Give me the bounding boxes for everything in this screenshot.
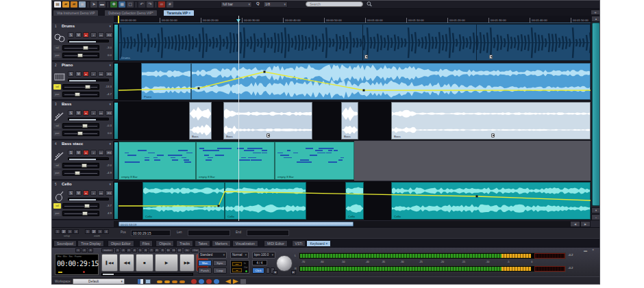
marker-button-2[interactable]: 2	[121, 248, 125, 252]
track-vol-slider[interactable]	[62, 84, 99, 90]
midi-cable-icon-2[interactable]	[179, 280, 185, 283]
automation-button[interactable]: ▭	[98, 110, 104, 116]
track-vol-slider[interactable]	[62, 45, 99, 51]
solo-button[interactable]: S	[68, 71, 74, 77]
dock-tab-files[interactable]: Files	[139, 240, 153, 247]
monitor-button[interactable]: ♪	[90, 32, 97, 38]
zoom-preset-button-1[interactable]: 1	[85, 229, 90, 234]
dock-tab-vsti[interactable]: VSTi	[292, 240, 306, 247]
track-header-cello[interactable]: 5Cello▾SM●♪▭FXvol-3.7pan4.9	[52, 181, 114, 220]
track-header-drums[interactable]: 1Drums▾SM●♪▭FXvol-3.0pan0.0	[52, 23, 114, 62]
open-project-icon[interactable]: ▰	[71, 1, 77, 8]
transport-preset-button-2[interactable]: 2	[82, 248, 87, 252]
scroll-left-icon[interactable]: ◀	[570, 221, 580, 227]
save-icon[interactable]: ▣	[79, 1, 86, 8]
chevron-down-icon[interactable]: ▾	[109, 142, 111, 146]
slider-thumb[interactable]	[85, 85, 90, 89]
track-header-piano[interactable]: 2Piano▾SM●♪▭FXvol-13.3pan-4.7	[52, 62, 114, 101]
marker-button-7[interactable]: 7	[149, 248, 153, 252]
dock-tab-midi-editor[interactable]: MIDI Editor	[264, 240, 288, 247]
zoom-preset-button-4[interactable]: 4	[103, 229, 109, 234]
vertical-scrollbar[interactable]: ▲ ▼ +	[591, 16, 600, 221]
chevron-down-icon[interactable]: ▾	[109, 182, 111, 186]
track-header-bass[interactable]: 3Bass▾SM●♪▭FXvol-0.3pan0.0	[52, 101, 114, 140]
close-icon[interactable]: ×	[325, 241, 327, 246]
dock-tab-objects[interactable]: Objects	[156, 240, 174, 247]
timeline-ruler[interactable]: 00:00:00:0000:00:10:0000:00:20:0000:00:3…	[114, 16, 591, 23]
record-button[interactable]: ●	[83, 71, 89, 77]
shift-left-icon[interactable]	[225, 279, 231, 284]
zoom-preset-button-3[interactable]: 3	[97, 229, 103, 234]
stop-button[interactable]: ■	[136, 254, 153, 272]
slider-thumb[interactable]	[77, 131, 83, 135]
time-signature-display[interactable]: 4 / 4	[252, 260, 267, 265]
quantize-dropdown[interactable]: 1/8▾	[263, 1, 288, 8]
document-tab-1[interactable]: Dubstep Collection Demo.VIP*	[104, 10, 157, 16]
track-pan-slider[interactable]	[62, 92, 99, 97]
track-lane-3[interactable]: BassBassBassBass	[119, 101, 591, 140]
solo-button[interactable]: S	[68, 190, 74, 196]
monitor-button[interactable]: Mon	[198, 260, 212, 266]
snap-mode-dropdown[interactable]: full bar▾	[221, 1, 252, 8]
knob-right-icon[interactable]: ▶	[291, 270, 296, 274]
add-track-button[interactable]: +	[591, 10, 600, 15]
setup-preset-button-3[interactable]: 3	[67, 229, 73, 234]
pos-value-field[interactable]: 00:00:29:15	[131, 230, 171, 236]
track-lane-4[interactable]: empty 8 Barempty 8 Barempty 8 Bar	[119, 141, 591, 181]
scrub-slider-thumb[interactable]	[103, 274, 114, 275]
track-header-bass-stacc[interactable]: 4Bass stacc▾SM●♪▭FXvol-2.0pan-4.9	[52, 141, 114, 181]
track-pan-slider[interactable]	[62, 170, 99, 176]
solo-button[interactable]: S	[68, 32, 74, 38]
fx-button[interactable]: FX	[106, 190, 113, 196]
slider-thumb[interactable]	[75, 92, 80, 96]
automation-button[interactable]: ▭	[98, 32, 104, 38]
dock-close-icon[interactable]: ×	[592, 248, 594, 252]
range-tool-icon[interactable]: ▬	[99, 1, 106, 8]
monitor-button[interactable]: ♪	[90, 150, 97, 155]
new-file-icon[interactable]: ▤	[54, 1, 61, 8]
mute-button[interactable]: M	[75, 71, 82, 77]
undo-icon[interactable]: ↶	[138, 1, 145, 8]
midi-cable-icon[interactable]	[172, 280, 177, 283]
track-lane-2[interactable]: Piano	[119, 62, 591, 101]
track-pan-slider[interactable]	[62, 211, 99, 216]
fx-button[interactable]: FX	[106, 32, 113, 38]
project-start-marker[interactable]	[118, 16, 119, 23]
scroll-down-icon[interactable]: ▼	[591, 207, 600, 213]
grid-icon[interactable]: #	[166, 1, 173, 8]
zoom-in-icon[interactable]: +	[591, 214, 600, 220]
forward-button[interactable]: ▶▶	[179, 254, 195, 272]
marker-button-8[interactable]: 8	[154, 248, 159, 252]
click-options-button-1[interactable]	[266, 267, 270, 274]
chevron-down-icon[interactable]: ▾	[109, 24, 111, 28]
playhead-line[interactable]	[238, 16, 239, 221]
slider-thumb[interactable]	[84, 204, 90, 208]
punch-button[interactable]: Punch	[198, 267, 212, 274]
slider-thumb[interactable]	[82, 211, 88, 215]
dock-tab-tracks[interactable]: Tracks	[176, 240, 193, 247]
search-icon[interactable]	[367, 1, 372, 7]
clip-drums[interactable]: Drums	[119, 24, 591, 61]
automation-button[interactable]: ▭	[98, 190, 104, 196]
tempo-mode-dropdown[interactable]: Normal▾	[230, 252, 249, 259]
track-pan-slider[interactable]	[62, 131, 99, 136]
skip-start-button[interactable]: ▌◀◀	[101, 254, 118, 272]
record-button[interactable]: ●	[83, 150, 89, 155]
dock-tab-takes[interactable]: Takes	[195, 240, 210, 247]
mute-button[interactable]: M	[75, 150, 82, 155]
dock-tab-soundpool[interactable]: Soundpool	[53, 240, 77, 247]
chevron-down-icon[interactable]: ▾	[109, 102, 111, 106]
click-button[interactable]: Click	[252, 267, 264, 274]
automation-curve[interactable]	[119, 181, 591, 220]
bpm-dropdown[interactable]: bpm 100.0▾	[252, 252, 275, 259]
monitor-button[interactable]: ♪	[90, 71, 97, 77]
sync-button[interactable]: Sync	[213, 260, 227, 266]
solo-button[interactable]: S	[68, 150, 74, 155]
dock-tab-object-editor[interactable]: Object Editor	[108, 240, 134, 247]
marker-button-4[interactable]: 4	[132, 248, 137, 252]
window-layout-icon[interactable]	[138, 279, 143, 284]
solo-button[interactable]: S	[68, 110, 74, 116]
mute-button[interactable]: M	[75, 32, 82, 38]
rewind-button[interactable]: ◀◀	[119, 254, 134, 272]
loop-icon[interactable]: ∞	[158, 1, 165, 8]
